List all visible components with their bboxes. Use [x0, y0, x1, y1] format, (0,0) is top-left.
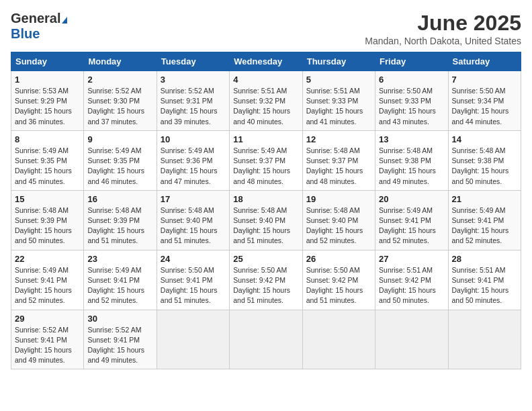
day-number: 18	[233, 194, 298, 204]
day-detail: Sunrise: 5:50 AMSunset: 9:42 PMDaylight:…	[233, 266, 290, 305]
day-number: 21	[452, 194, 517, 204]
week-row-2: 15 Sunrise: 5:48 AMSunset: 9:39 PMDaylig…	[11, 190, 521, 250]
header-sunday: Sunday	[11, 52, 84, 71]
logo-icon	[62, 17, 67, 24]
week-row-4: 29 Sunrise: 5:52 AMSunset: 9:41 PMDaylig…	[11, 310, 521, 369]
calendar-cell: 16 Sunrise: 5:48 AMSunset: 9:39 PMDaylig…	[84, 190, 157, 250]
week-row-1: 8 Sunrise: 5:49 AMSunset: 9:35 PMDayligh…	[11, 130, 521, 190]
day-detail: Sunrise: 5:48 AMSunset: 9:39 PMDaylight:…	[87, 206, 144, 245]
calendar-cell: 25 Sunrise: 5:50 AMSunset: 9:42 PMDaylig…	[230, 250, 302, 310]
calendar-cell: 19 Sunrise: 5:48 AMSunset: 9:40 PMDaylig…	[302, 190, 375, 250]
calendar-cell: 1 Sunrise: 5:53 AMSunset: 9:29 PMDayligh…	[11, 71, 84, 131]
day-number: 19	[306, 194, 371, 204]
day-number: 22	[15, 254, 80, 264]
day-number: 2	[87, 75, 152, 85]
day-number: 27	[379, 254, 444, 264]
day-number: 15	[15, 194, 80, 204]
calendar-cell: 26 Sunrise: 5:50 AMSunset: 9:42 PMDaylig…	[302, 250, 375, 310]
calendar-cell: 11 Sunrise: 5:49 AMSunset: 9:37 PMDaylig…	[230, 130, 302, 190]
day-number: 13	[379, 134, 444, 144]
day-detail: Sunrise: 5:48 AMSunset: 9:40 PMDaylight:…	[161, 206, 218, 245]
day-detail: Sunrise: 5:52 AMSunset: 9:30 PMDaylight:…	[87, 87, 144, 126]
day-detail: Sunrise: 5:49 AMSunset: 9:35 PMDaylight:…	[15, 146, 72, 185]
day-detail: Sunrise: 5:48 AMSunset: 9:40 PMDaylight:…	[233, 206, 290, 245]
calendar-cell: 15 Sunrise: 5:48 AMSunset: 9:39 PMDaylig…	[11, 190, 84, 250]
logo: General Blue	[11, 11, 67, 42]
calendar-header-row: SundayMondayTuesdayWednesdayThursdayFrid…	[11, 52, 521, 71]
week-row-0: 1 Sunrise: 5:53 AMSunset: 9:29 PMDayligh…	[11, 71, 521, 131]
day-detail: Sunrise: 5:49 AMSunset: 9:41 PMDaylight:…	[15, 266, 72, 305]
header-tuesday: Tuesday	[157, 52, 229, 71]
day-number: 28	[452, 254, 517, 264]
day-number: 16	[87, 194, 152, 204]
day-number: 12	[306, 134, 371, 144]
calendar-cell: 27 Sunrise: 5:51 AMSunset: 9:42 PMDaylig…	[375, 250, 448, 310]
day-number: 29	[15, 314, 80, 324]
calendar-cell	[375, 310, 448, 369]
calendar-cell	[230, 310, 302, 369]
calendar-cell: 28 Sunrise: 5:51 AMSunset: 9:41 PMDaylig…	[448, 250, 521, 310]
logo-general: General	[11, 11, 60, 26]
day-number: 23	[87, 254, 152, 264]
calendar-cell	[448, 310, 521, 369]
day-number: 8	[15, 134, 80, 144]
calendar-cell: 2 Sunrise: 5:52 AMSunset: 9:30 PMDayligh…	[84, 71, 157, 131]
page-header: General Blue June 2025 Mandan, North Dak…	[11, 11, 521, 46]
day-detail: Sunrise: 5:52 AMSunset: 9:41 PMDaylight:…	[87, 326, 144, 365]
day-detail: Sunrise: 5:49 AMSunset: 9:41 PMDaylight:…	[87, 266, 144, 305]
calendar-body: 1 Sunrise: 5:53 AMSunset: 9:29 PMDayligh…	[11, 71, 521, 369]
day-detail: Sunrise: 5:51 AMSunset: 9:41 PMDaylight:…	[452, 266, 509, 305]
logo-blue: Blue	[11, 26, 40, 41]
header-saturday: Saturday	[448, 52, 521, 71]
day-detail: Sunrise: 5:52 AMSunset: 9:41 PMDaylight:…	[15, 326, 72, 365]
day-number: 3	[161, 75, 226, 85]
day-detail: Sunrise: 5:51 AMSunset: 9:32 PMDaylight:…	[233, 87, 290, 126]
day-number: 30	[87, 314, 152, 324]
day-number: 6	[379, 75, 444, 85]
day-detail: Sunrise: 5:49 AMSunset: 9:37 PMDaylight:…	[233, 146, 290, 185]
header-thursday: Thursday	[302, 52, 375, 71]
day-detail: Sunrise: 5:51 AMSunset: 9:42 PMDaylight:…	[379, 266, 436, 305]
header-wednesday: Wednesday	[230, 52, 302, 71]
calendar-cell: 18 Sunrise: 5:48 AMSunset: 9:40 PMDaylig…	[230, 190, 302, 250]
day-number: 26	[306, 254, 371, 264]
day-detail: Sunrise: 5:49 AMSunset: 9:41 PMDaylight:…	[452, 206, 509, 245]
calendar-cell: 8 Sunrise: 5:49 AMSunset: 9:35 PMDayligh…	[11, 130, 84, 190]
calendar-cell: 14 Sunrise: 5:48 AMSunset: 9:38 PMDaylig…	[448, 130, 521, 190]
calendar-cell	[157, 310, 229, 369]
header-friday: Friday	[375, 52, 448, 71]
calendar-cell: 22 Sunrise: 5:49 AMSunset: 9:41 PMDaylig…	[11, 250, 84, 310]
week-row-3: 22 Sunrise: 5:49 AMSunset: 9:41 PMDaylig…	[11, 250, 521, 310]
day-detail: Sunrise: 5:52 AMSunset: 9:31 PMDaylight:…	[161, 87, 218, 126]
calendar-cell: 29 Sunrise: 5:52 AMSunset: 9:41 PMDaylig…	[11, 310, 84, 369]
calendar-cell: 6 Sunrise: 5:50 AMSunset: 9:33 PMDayligh…	[375, 71, 448, 131]
day-detail: Sunrise: 5:48 AMSunset: 9:38 PMDaylight:…	[379, 146, 436, 185]
calendar-cell	[302, 310, 375, 369]
calendar-cell: 4 Sunrise: 5:51 AMSunset: 9:32 PMDayligh…	[230, 71, 302, 131]
calendar-cell: 20 Sunrise: 5:49 AMSunset: 9:41 PMDaylig…	[375, 190, 448, 250]
day-number: 7	[452, 75, 517, 85]
day-number: 5	[306, 75, 371, 85]
month-title: June 2025	[365, 11, 521, 36]
day-detail: Sunrise: 5:50 AMSunset: 9:34 PMDaylight:…	[452, 87, 509, 126]
day-detail: Sunrise: 5:48 AMSunset: 9:40 PMDaylight:…	[306, 206, 363, 245]
calendar-cell: 13 Sunrise: 5:48 AMSunset: 9:38 PMDaylig…	[375, 130, 448, 190]
day-number: 17	[161, 194, 226, 204]
day-number: 24	[161, 254, 226, 264]
calendar-cell: 10 Sunrise: 5:49 AMSunset: 9:36 PMDaylig…	[157, 130, 229, 190]
calendar-table: SundayMondayTuesdayWednesdayThursdayFrid…	[11, 52, 521, 369]
day-detail: Sunrise: 5:48 AMSunset: 9:37 PMDaylight:…	[306, 146, 363, 185]
calendar-cell: 9 Sunrise: 5:49 AMSunset: 9:35 PMDayligh…	[84, 130, 157, 190]
day-number: 9	[87, 134, 152, 144]
day-detail: Sunrise: 5:49 AMSunset: 9:41 PMDaylight:…	[379, 206, 436, 245]
day-detail: Sunrise: 5:48 AMSunset: 9:38 PMDaylight:…	[452, 146, 509, 185]
day-detail: Sunrise: 5:50 AMSunset: 9:33 PMDaylight:…	[379, 87, 436, 126]
day-detail: Sunrise: 5:49 AMSunset: 9:35 PMDaylight:…	[87, 146, 144, 185]
day-number: 1	[15, 75, 80, 85]
day-number: 20	[379, 194, 444, 204]
header-monday: Monday	[84, 52, 157, 71]
calendar-cell: 21 Sunrise: 5:49 AMSunset: 9:41 PMDaylig…	[448, 190, 521, 250]
calendar-cell: 7 Sunrise: 5:50 AMSunset: 9:34 PMDayligh…	[448, 71, 521, 131]
calendar-cell: 30 Sunrise: 5:52 AMSunset: 9:41 PMDaylig…	[84, 310, 157, 369]
day-number: 10	[161, 134, 226, 144]
